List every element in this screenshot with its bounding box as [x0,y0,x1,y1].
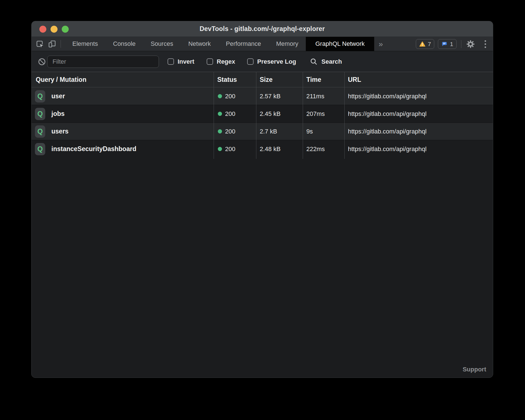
invert-checkbox[interactable] [168,58,174,65]
search-control[interactable]: Search [310,51,342,72]
table-row[interactable]: Q user 200 2.57 kB 211ms https://gitlab.… [32,88,493,105]
query-name: users [51,128,68,135]
status-cell: 200 [214,93,256,100]
tab-console[interactable]: Console [106,37,143,51]
message-count: 1 [450,41,453,47]
query-type-badge: Q [35,108,45,120]
query-cell: Q instanceSecurityDashboard [32,143,214,155]
support-link[interactable]: Support [463,366,486,373]
column-header-size[interactable]: Size [256,76,303,83]
preserve-log-checkbox[interactable] [247,58,254,65]
status-cell: 200 [214,128,256,135]
menu-button[interactable] [482,39,489,49]
zoom-button[interactable] [62,26,69,33]
url-value: https://gitlab.com/api/graphql [344,128,493,135]
query-cell: Q jobs [32,108,214,120]
preserve-log-label: Preserve Log [257,58,296,65]
query-type-badge: Q [35,143,45,155]
url-value: https://gitlab.com/api/graphql [344,93,493,100]
device-toolbar-button[interactable] [47,39,57,49]
window-title: DevTools - gitlab.com/-/graphql-explorer [200,25,325,33]
query-name: jobs [51,110,65,118]
warnings-badge[interactable]: 7 [416,39,435,49]
url-value: https://gitlab.com/api/graphql [344,145,493,153]
status-cell: 200 [214,110,256,118]
status-code: 200 [225,145,235,153]
traffic-lights [39,21,69,37]
table-row[interactable]: Q jobs 200 2.45 kB 207ms https://gitlab.… [32,105,493,122]
status-ok-dot [218,147,222,151]
regex-label: Regex [217,58,235,65]
table-header: Query / Mutation Status Size Time URL [32,72,493,87]
warning-triangle-icon [419,41,426,47]
close-button[interactable] [39,26,46,33]
column-header-time[interactable]: Time [303,76,344,83]
search-icon [310,58,318,66]
time-value: 9s [303,128,344,135]
desktop-background: DevTools - gitlab.com/-/graphql-explorer [0,0,525,420]
minimize-button[interactable] [51,26,58,33]
size-value: 2.57 kB [256,93,303,100]
query-name: user [51,92,65,100]
device-toolbar-icon [48,40,56,48]
size-value: 2.45 kB [256,110,303,118]
filter-toolbar: Invert Regex Preserve Log Search [32,51,493,72]
status-code: 200 [225,93,235,100]
clear-requests-button[interactable] [38,58,46,66]
query-type-badge: Q [35,125,45,138]
search-label: Search [321,58,342,65]
message-bubble-icon [441,41,448,47]
regex-checkbox[interactable] [207,58,213,65]
status-ok-dot [218,94,222,98]
time-value: 211ms [303,93,344,100]
regex-checkbox-group: Regex [207,51,235,72]
tab-elements[interactable]: Elements [65,37,106,51]
size-value: 2.48 kB [256,145,303,153]
gear-icon [466,40,475,49]
query-name: instanceSecurityDashboard [51,145,136,153]
column-header-status[interactable]: Status [214,76,256,83]
kebab-menu-icon [484,40,486,48]
size-value: 2.7 kB [256,128,303,135]
time-value: 222ms [303,145,344,153]
tab-graphql-network[interactable]: GraphQL Network [306,37,374,51]
table-row[interactable]: Q instanceSecurityDashboard 200 2.48 kB … [32,140,493,157]
query-type-badge: Q [35,90,45,102]
status-code: 200 [225,110,235,118]
tabbar-right-controls: 7 1 [416,37,489,51]
circle-slash-icon [38,58,46,66]
status-cell: 200 [214,145,256,153]
more-tabs-chevron-icon[interactable]: » [374,37,388,51]
tab-memory[interactable]: Memory [269,37,306,51]
invert-label: Invert [178,58,194,65]
table-row[interactable]: Q users 200 2.7 kB 9s https://gitlab.com… [32,122,493,140]
titlebar: DevTools - gitlab.com/-/graphql-explorer [32,21,493,37]
warning-count: 7 [428,41,431,47]
devtools-window: DevTools - gitlab.com/-/graphql-explorer [31,21,493,378]
column-header-query-mutation[interactable]: Query / Mutation [32,76,214,83]
devtools-tab-bar: Elements Console Sources Network Perform… [32,37,493,51]
tabbar-divider [61,40,61,48]
invert-checkbox-group: Invert [168,51,194,72]
url-value: https://gitlab.com/api/graphql [344,110,493,118]
settings-button[interactable] [466,39,475,49]
tab-performance[interactable]: Performance [218,37,269,51]
query-cell: Q users [32,125,214,138]
query-cell: Q user [32,90,214,102]
preserve-log-checkbox-group: Preserve Log [247,51,296,72]
messages-badge[interactable]: 1 [438,39,457,49]
tab-network[interactable]: Network [181,37,218,51]
filter-input[interactable] [47,56,159,68]
column-header-url[interactable]: URL [344,76,493,83]
status-code: 200 [225,128,235,135]
tab-sources[interactable]: Sources [143,37,181,51]
status-ok-dot [218,112,222,116]
request-list: Q user 200 2.57 kB 211ms https://gitlab.… [32,88,493,157]
time-value: 207ms [303,110,344,118]
controls-divider [461,40,461,48]
inspect-cursor-icon [35,40,44,48]
inspect-element-button[interactable] [35,39,44,49]
status-ok-dot [218,129,222,133]
